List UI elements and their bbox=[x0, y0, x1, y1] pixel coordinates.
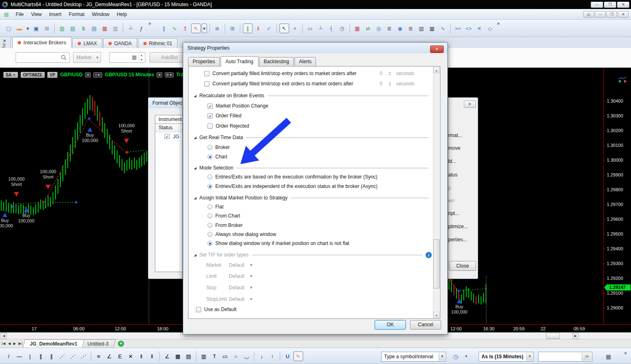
chevron-down-icon[interactable]: ▼ bbox=[249, 274, 253, 278]
format-windows-icon[interactable]: ▦ bbox=[100, 23, 110, 33]
tab-alerts[interactable]: Alerts bbox=[295, 57, 316, 66]
draw-lock-icon[interactable]: ✎ bbox=[293, 351, 303, 361]
trade-arrows-icon[interactable]: ⇄ bbox=[363, 23, 373, 33]
child-restore-button[interactable]: ❐ bbox=[606, 11, 617, 18]
copy-page-icon[interactable]: ▧ bbox=[417, 23, 426, 33]
tab-nav-prev-icon[interactable]: ◀ bbox=[8, 341, 11, 346]
pitchfork-icon[interactable]: ⋰ bbox=[78, 351, 88, 361]
menu-format[interactable]: Format bbox=[65, 10, 88, 19]
collapse-h-icon[interactable]: >< bbox=[453, 23, 463, 33]
radio-button[interactable] bbox=[207, 241, 212, 246]
scroll-up-icon[interactable]: ▲ bbox=[433, 67, 440, 73]
radio-button[interactable] bbox=[207, 204, 212, 209]
text-tool-icon[interactable]: T bbox=[210, 351, 219, 361]
add-curve-icon[interactable]: ∿ bbox=[170, 23, 180, 33]
pointer-icon[interactable]: ↖ bbox=[279, 23, 289, 33]
format-button-fragment[interactable]: ld... bbox=[448, 158, 476, 164]
toolbar-overflow-icon[interactable]: » bbox=[497, 20, 500, 26]
menu-window[interactable]: Window bbox=[88, 10, 113, 19]
tab-nav-first-icon[interactable]: |◀ bbox=[2, 341, 5, 346]
insert-function-icon[interactable]: ƒ bbox=[136, 23, 146, 33]
add-arrow-icon[interactable]: ↥ bbox=[180, 23, 190, 33]
chart-tab-jg_demomeanrev1[interactable]: JG_DemoMeanRev1 bbox=[23, 339, 85, 348]
scroll-left-button[interactable]: ◀ bbox=[0, 333, 7, 339]
bars-style-icon[interactable]: ∥ bbox=[243, 23, 253, 33]
rectangle-tool-icon[interactable]: ▭ bbox=[220, 351, 230, 361]
chevron-down-icon[interactable]: ▼ bbox=[439, 353, 445, 361]
checkbox[interactable]: ✓ bbox=[207, 113, 213, 119]
format-button-fragment[interactable]: ptimize... bbox=[448, 224, 476, 229]
radio-button[interactable] bbox=[207, 213, 212, 218]
order-type-select[interactable]: Market▾ bbox=[73, 52, 101, 63]
menu-insert[interactable]: Insert bbox=[45, 10, 65, 19]
broker-tab-interactive-brokers[interactable]: Interactive Brokers bbox=[12, 37, 71, 48]
checkbox[interactable] bbox=[207, 124, 213, 129]
new-window-button[interactable]: ◱ bbox=[583, 11, 594, 18]
magnet-icon[interactable]: U bbox=[283, 351, 292, 361]
calculator-icon[interactable]: ▥ bbox=[199, 351, 209, 361]
pencil-dropdown-icon[interactable]: ▾ bbox=[202, 23, 207, 33]
comment-icon[interactable]: ▬ bbox=[14, 23, 24, 33]
format-signals-icon[interactable]: $ bbox=[78, 23, 88, 33]
chevron-down-icon[interactable]: ▼ bbox=[526, 353, 533, 361]
format-instruments-icon[interactable]: ▥ bbox=[57, 23, 67, 33]
format-button-fragment[interactable]: perties... bbox=[448, 237, 476, 243]
section-expander-icon[interactable]: ◢ bbox=[194, 196, 196, 200]
format-indicators-icon[interactable]: ▤ bbox=[68, 23, 78, 33]
section-expander-icon[interactable]: ◢ bbox=[194, 166, 196, 170]
symbol-search-input[interactable] bbox=[16, 52, 70, 63]
crosshair-icon[interactable]: + bbox=[290, 23, 300, 33]
add-bars-icon[interactable]: ∥ bbox=[159, 23, 169, 33]
tab-backtesting[interactable]: Backtesting bbox=[259, 57, 294, 66]
multi-ray-icon[interactable]: ⋰ bbox=[68, 351, 78, 361]
new-chart-window-icon[interactable]: ▢ bbox=[4, 23, 14, 33]
channel-icon[interactable]: ∥ bbox=[46, 351, 56, 361]
reload-indicator-icon[interactable]: ◉ bbox=[395, 23, 405, 33]
signal-status-checkbox[interactable]: ✓ bbox=[164, 134, 170, 139]
radio-button[interactable] bbox=[207, 145, 212, 150]
text-note-icon[interactable]: ▭ bbox=[305, 23, 315, 33]
radio-button[interactable] bbox=[207, 232, 212, 237]
restore-button[interactable]: ❐ bbox=[604, 2, 616, 8]
ok-button[interactable]: OK bbox=[375, 320, 406, 330]
add-chart-tab-button[interactable]: + bbox=[118, 341, 124, 347]
close-button[interactable]: ✕ bbox=[617, 2, 629, 8]
broker-tab-oanda[interactable]: OANDA bbox=[103, 38, 137, 48]
dialog-scroll-thumb[interactable] bbox=[433, 239, 440, 288]
tab-properties[interactable]: Properties bbox=[188, 57, 220, 66]
elliott-wave-icon[interactable]: E bbox=[115, 351, 125, 361]
tab-nav-last-icon[interactable]: ▶| bbox=[18, 341, 22, 346]
format-objects-close-button[interactable]: Close bbox=[449, 261, 476, 271]
sliders-page-icon[interactable]: ≣ bbox=[406, 23, 416, 33]
format-objects-tab-instruments[interactable]: Instrument bbox=[155, 115, 183, 124]
expand-h-icon[interactable]: <> bbox=[464, 23, 474, 33]
close-window-icon[interactable]: ⊠ bbox=[42, 23, 52, 33]
quantity-stepper[interactable]: ▲▼ bbox=[139, 53, 144, 62]
toolbar-overflow-icon[interactable]: » bbox=[148, 20, 151, 26]
checkbox[interactable] bbox=[196, 307, 201, 312]
crossed-curves-icon[interactable]: ✕ bbox=[126, 351, 136, 361]
radio-button[interactable] bbox=[207, 154, 212, 159]
status-column-header[interactable]: Status bbox=[155, 124, 183, 132]
page-dropdown-icon[interactable]: ▯▾ bbox=[582, 353, 592, 361]
format-drawings-icon[interactable]: ▤ bbox=[89, 23, 99, 33]
menu-file[interactable]: File bbox=[12, 10, 27, 19]
format-button-fragment[interactable]: move bbox=[448, 145, 476, 151]
format-button-fragment[interactable]: wn bbox=[448, 198, 476, 204]
study-settings-icon[interactable]: ⊕ bbox=[212, 23, 222, 33]
child-close-button[interactable]: ✕ bbox=[618, 11, 629, 18]
chevron-down-icon[interactable]: ▼ bbox=[249, 297, 253, 301]
chart-page-icon[interactable]: ∿ bbox=[438, 23, 448, 33]
chart-tab-untitled-3[interactable]: Untitled-3 bbox=[80, 339, 115, 348]
radio-button[interactable] bbox=[207, 184, 212, 189]
format-button-fragment[interactable]: rmat... bbox=[448, 133, 476, 138]
quote-board-icon[interactable]: ▦ bbox=[352, 23, 362, 33]
broker-tab-lmax[interactable]: LMAX bbox=[72, 38, 102, 48]
value-stepper[interactable]: ▲▼ bbox=[389, 71, 391, 76]
note-page-icon[interactable]: ▤ bbox=[184, 351, 193, 361]
chevron-down-icon[interactable]: ▼ bbox=[249, 263, 253, 267]
fibonacci-grid-icon[interactable]: ▦ bbox=[173, 351, 183, 361]
window-settings-icon[interactable]: ⊞ bbox=[228, 23, 237, 33]
symbol-interval-combo[interactable]: Type a symbol/interval ▼ bbox=[381, 352, 446, 362]
resize-grip[interactable]: ⋰ bbox=[473, 273, 477, 277]
